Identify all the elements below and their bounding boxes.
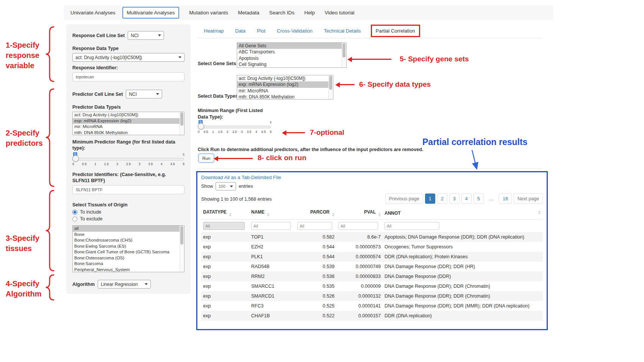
listbox-option[interactable]: All Gene Sets — [237, 43, 346, 49]
table-row[interactable]: exp RRM2 0.536 0.00000833 DNA Damage Res… — [201, 272, 543, 281]
response-identifier-input[interactable] — [72, 72, 184, 81]
sort-icon[interactable] — [332, 213, 335, 217]
show-entries-select[interactable]: 100 — [216, 182, 236, 190]
next-page-button[interactable]: Next page — [514, 193, 543, 204]
table-row[interactable]: exp EZH2 0.544 0.00000573 Oncogenes; Tum… — [201, 242, 543, 252]
scrollbar[interactable] — [180, 112, 184, 135]
download-tab-delimited-link[interactable]: Download All as a Tab-Delimited File — [201, 175, 281, 180]
nav-search-ids[interactable]: Search IDs — [269, 10, 294, 16]
tab-data[interactable]: Data — [235, 28, 245, 34]
listbox-option[interactable]: Bone — [73, 232, 184, 238]
listbox-option[interactable]: all — [73, 226, 184, 232]
column-header-name[interactable]: NAME — [249, 207, 295, 220]
listbox-option[interactable]: Apoptosis — [237, 55, 346, 61]
slider-handle[interactable] — [72, 155, 79, 162]
filter-name-input[interactable] — [251, 222, 291, 230]
listbox-option[interactable]: Peripheral_Nervous_System — [73, 267, 184, 273]
table-row[interactable]: exp SMARCC1 0.535 0.000009 DNA Damage Re… — [201, 281, 543, 291]
previous-page-button[interactable]: Previous page — [385, 193, 423, 204]
listbox-option[interactable]: Bone:Ewing Sarcoma (ES) — [73, 243, 184, 250]
scrollbar-thumb[interactable] — [180, 226, 183, 245]
page-button-1[interactable]: 1 — [425, 193, 435, 204]
sort-icon[interactable] — [378, 213, 381, 217]
listbox-option[interactable]: act: Drug Activity (-log10[IC50M]) — [237, 75, 333, 81]
predictor-identifiers-input[interactable] — [72, 185, 184, 194]
scrollbar[interactable] — [328, 75, 333, 99]
tab-plot[interactable]: Plot — [257, 28, 265, 34]
tissue-include-radio[interactable]: To include — [72, 209, 184, 215]
scrollbar-thumb[interactable] — [342, 43, 345, 58]
page-button-4[interactable]: 4 — [461, 193, 472, 204]
nav-help[interactable]: Help — [304, 10, 315, 16]
scrollbar[interactable] — [180, 226, 184, 272]
table-row[interactable]: exp RFC3 0.525 0.0000141 DNA Damage Resp… — [201, 301, 543, 311]
min-range-slider[interactable]: 0 5 0 0.5 1 1.5 2 2.5 3 3.5 4 4.5 5 — [198, 120, 272, 135]
nav-metadata[interactable]: Metadata — [238, 10, 259, 16]
listbox-option[interactable]: exp: mRNA Expression (log2) — [237, 81, 333, 87]
listbox-option[interactable]: act: Drug Activity (-log10[IC50M]) — [73, 112, 184, 118]
table-row[interactable]: exp SMARCD1 0.526 0.0000132 DNA Damage R… — [201, 291, 543, 301]
cell-datatype: exp — [201, 301, 249, 311]
data-types-listbox[interactable]: act: Drug Activity (-log10[IC50M]) exp: … — [237, 75, 333, 100]
gene-sets-listbox[interactable]: All Gene Sets ABC Transporters Apoptosis… — [237, 42, 347, 68]
scrollbar-thumb[interactable] — [329, 76, 332, 90]
radio-unselected-icon[interactable] — [72, 217, 77, 222]
page-button-3[interactable]: 3 — [449, 193, 460, 204]
listbox-option[interactable]: mir: MicroRNA — [237, 88, 333, 94]
radio-selected-icon[interactable] — [72, 210, 77, 215]
listbox-option[interactable]: exp: mRNA Expression (log2) — [73, 118, 184, 124]
column-header-annot[interactable]: ANNOT — [383, 207, 543, 220]
filter-parcor-input[interactable] — [297, 222, 332, 230]
table-row[interactable]: exp RAD54B 0.539 0.00000749 DNA Damage R… — [201, 262, 543, 272]
listbox-option[interactable]: Bone:Sarcoma — [73, 261, 184, 267]
page-button-2[interactable]: 2 — [437, 193, 447, 204]
listbox-option[interactable]: Bone:Osteosarcoma (OS) — [73, 255, 184, 261]
tab-heatmap[interactable]: Heatmap — [204, 28, 224, 34]
slider-track[interactable] — [73, 158, 184, 161]
page-button-5[interactable]: 5 — [474, 193, 484, 204]
listbox-option[interactable]: Cell Signaling — [237, 61, 346, 67]
listbox-option[interactable]: Bone:Giant Cell Tumor of Bone (GCTB) Sar… — [73, 249, 184, 255]
response-data-type-select[interactable]: act: Drug Activity (-log10[IC50M]) — [72, 53, 184, 62]
predictor-cell-line-set-select[interactable]: NCI — [126, 90, 162, 98]
tab-cross-validation[interactable]: Cross-Validation — [277, 28, 313, 34]
listbox-option[interactable]: Bone:Chondrosarcoma (CHS) — [73, 237, 184, 243]
column-header-datatype[interactable]: DATATYPE — [201, 207, 249, 220]
cell-annot: DNA Damage Response (DDR); DDR (MMR); DD… — [383, 301, 543, 311]
tab-technical-details[interactable]: Technical Details — [324, 28, 361, 34]
algorithm-value: Linear Regression — [101, 282, 138, 287]
table-row[interactable]: exp CHAF1B 0.522 0.0000157 DDR (DNA repl… — [201, 311, 543, 321]
table-row[interactable]: exp TOP1 0.582 8.6e-7 Apoptosis; DNA Dam… — [201, 232, 543, 242]
table-row[interactable]: exp PLK1 0.544 0.00000574 DDR (DNA repli… — [201, 252, 543, 262]
slider-handle[interactable] — [198, 123, 204, 130]
column-header-parcor[interactable]: PARCOR — [295, 207, 336, 220]
listbox-option[interactable]: mth: DNA 850K Methylation — [237, 94, 333, 100]
listbox-option[interactable]: mir: MicroRNA — [73, 124, 184, 130]
sort-icon[interactable] — [229, 213, 231, 217]
nav-multivariate-analyses[interactable]: Multivariate Analyses — [122, 7, 180, 19]
filter-pval-input[interactable] — [338, 222, 378, 230]
tissue-exclude-radio[interactable]: To exclude — [72, 216, 184, 222]
filter-annot-input[interactable] — [385, 222, 439, 230]
run-button[interactable]: Run — [199, 154, 214, 162]
scrollbar-thumb[interactable] — [180, 112, 183, 126]
algorithm-select[interactable]: Linear Regression — [98, 280, 151, 289]
listbox-option[interactable]: ABC Transporters — [237, 49, 346, 55]
tissue-listbox[interactable]: all Bone Bone:Chondrosarcoma (CHS) Bone:… — [72, 225, 184, 272]
predictor-data-types-listbox[interactable]: act: Drug Activity (-log10[IC50M]) exp: … — [72, 112, 184, 135]
sort-icon[interactable] — [538, 211, 541, 214]
nav-video-tutorial[interactable]: Video tutorial — [325, 10, 355, 16]
filter-datatype-input[interactable] — [203, 222, 245, 230]
min-predictor-range-slider[interactable]: 0 5 0 0.5 1 1.5 2 2.5 3 3.5 4 4.5 5 — [72, 153, 184, 167]
response-cell-line-set-select[interactable]: NCI — [128, 31, 164, 40]
response-cell-line-set-label: Response Cell Line Set — [72, 33, 125, 39]
nav-univariate-analyses[interactable]: Univariate Analyses — [70, 10, 116, 16]
scrollbar[interactable] — [342, 43, 346, 67]
column-header-pval[interactable]: PVAL — [336, 207, 383, 220]
nav-mutation-variants[interactable]: Mutation variants — [189, 10, 228, 16]
sort-icon[interactable] — [267, 213, 269, 217]
slider-track[interactable] — [199, 126, 271, 128]
page-button-16[interactable]: 16 — [499, 193, 512, 204]
listbox-option[interactable]: mth: DNA 850K Methylation — [73, 130, 184, 136]
tab-partial-correlation[interactable]: Partial Correlation — [371, 25, 420, 37]
